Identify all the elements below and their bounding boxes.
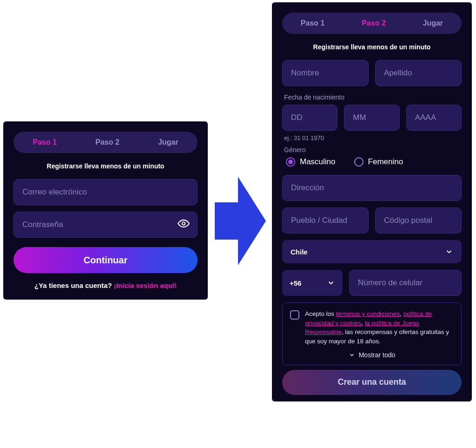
have-account-row: ¿Ya tienes una cuenta? ¡Inicia sesión aq… bbox=[13, 281, 198, 289]
radio-icon bbox=[354, 157, 364, 167]
email-placeholder: Correo electrónico bbox=[22, 187, 87, 197]
phone-country-code-select[interactable]: +56 bbox=[282, 270, 343, 296]
address-field[interactable]: Dirección bbox=[282, 175, 462, 201]
signup-subtitle: Registrarse lleva menos de un minuto bbox=[282, 43, 462, 51]
terms-box: Acepto los términos y condiciones, polít… bbox=[282, 302, 462, 365]
chevron-down-icon bbox=[445, 247, 453, 256]
signup-subtitle: Registrarse lleva menos de un minuto bbox=[13, 162, 198, 170]
first-name-placeholder: Nombre bbox=[291, 68, 319, 78]
toggle-password-visibility[interactable] bbox=[178, 218, 190, 232]
gender-radio-group: Masculino Femenino bbox=[282, 157, 462, 167]
postal-code-field[interactable]: Código postal bbox=[375, 207, 462, 234]
have-account-text: ¿Ya tienes una cuenta? bbox=[34, 281, 114, 289]
flow-arrow-icon bbox=[215, 177, 266, 265]
dob-year-placeholder: AAAA bbox=[415, 113, 436, 122]
terms-sep: , bbox=[362, 320, 365, 327]
dob-month-field[interactable]: MM bbox=[344, 105, 399, 131]
signup-step2-card: Paso 1 Paso 2 Jugar Registrarse lleva me… bbox=[272, 2, 472, 401]
email-field[interactable]: Correo electrónico bbox=[13, 179, 198, 205]
phone-number-field[interactable]: Número de celular bbox=[349, 270, 462, 296]
tab-paso-2[interactable]: Paso 2 bbox=[95, 138, 119, 147]
tab-paso-1[interactable]: Paso 1 bbox=[33, 138, 57, 147]
dob-label: Fecha de nacimiento bbox=[284, 94, 462, 101]
phone-code-value: +56 bbox=[290, 279, 301, 287]
address-placeholder: Dirección bbox=[291, 183, 324, 193]
svg-point-0 bbox=[182, 222, 185, 225]
terms-sep: , bbox=[400, 310, 403, 317]
show-all-toggle[interactable]: Mostrar todo bbox=[290, 350, 454, 360]
terms-checkbox[interactable] bbox=[290, 310, 299, 320]
password-placeholder: Contraseña bbox=[22, 220, 63, 229]
step-tabs: Paso 1 Paso 2 Jugar bbox=[13, 132, 198, 153]
eye-icon bbox=[178, 218, 190, 230]
gender-option-femenino[interactable]: Femenino bbox=[354, 157, 403, 167]
first-name-field[interactable]: Nombre bbox=[282, 60, 369, 86]
chevron-down-icon bbox=[349, 352, 355, 358]
dob-day-placeholder: DD bbox=[291, 113, 303, 122]
gender-label: Género bbox=[284, 146, 462, 154]
last-name-field[interactable]: Apellido bbox=[375, 60, 462, 86]
tab-paso-2[interactable]: Paso 2 bbox=[362, 19, 386, 27]
login-link[interactable]: ¡Inicia sesión aquí! bbox=[114, 281, 177, 289]
dob-month-placeholder: MM bbox=[353, 113, 366, 122]
last-name-placeholder: Apellido bbox=[384, 68, 412, 78]
terms-text: Acepto los términos y condiciones, polít… bbox=[305, 309, 454, 346]
city-field[interactable]: Pueblo / Ciudad bbox=[282, 207, 369, 234]
tab-jugar[interactable]: Jugar bbox=[423, 19, 443, 27]
radio-icon bbox=[286, 157, 295, 167]
tab-paso-1[interactable]: Paso 1 bbox=[301, 19, 325, 27]
continue-button[interactable]: Continuar bbox=[13, 247, 198, 273]
show-all-label: Mostrar todo bbox=[359, 350, 396, 360]
country-select[interactable]: Chile bbox=[282, 240, 462, 263]
dob-day-field[interactable]: DD bbox=[282, 105, 337, 131]
country-selected-value: Chile bbox=[291, 248, 308, 256]
postal-code-placeholder: Código postal bbox=[384, 216, 432, 225]
chevron-down-icon bbox=[327, 279, 335, 287]
terms-conditions-link[interactable]: términos y condiciones bbox=[336, 310, 400, 317]
tab-jugar[interactable]: Jugar bbox=[158, 138, 178, 147]
create-account-button[interactable]: Crear una cuenta bbox=[282, 370, 462, 395]
phone-placeholder: Número de celular bbox=[358, 278, 423, 288]
dob-year-field[interactable]: AAAA bbox=[406, 105, 462, 131]
signup-step1-card: Paso 1 Paso 2 Jugar Registrarse lleva me… bbox=[3, 121, 208, 300]
dob-hint: ej.: 31 01 1970 bbox=[284, 134, 462, 141]
terms-prefix: Acepto los bbox=[305, 310, 336, 317]
gender-option-label: Femenino bbox=[368, 157, 403, 167]
gender-option-label: Masculino bbox=[300, 157, 336, 167]
city-placeholder: Pueblo / Ciudad bbox=[291, 216, 347, 225]
gender-option-masculino[interactable]: Masculino bbox=[286, 157, 336, 167]
step-tabs: Paso 1 Paso 2 Jugar bbox=[282, 13, 462, 34]
password-field[interactable]: Contraseña bbox=[13, 212, 198, 238]
